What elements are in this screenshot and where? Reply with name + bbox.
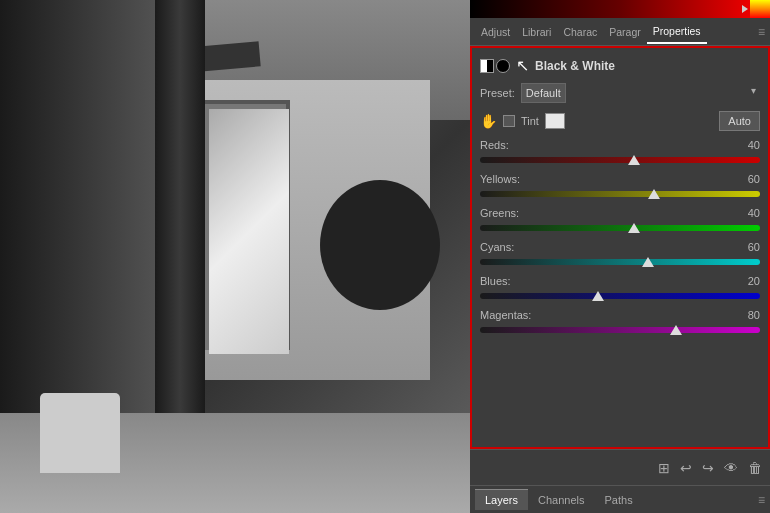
tabs-row: Adjust Librari Charac Paragr Properties … [470, 18, 770, 46]
tab-properties[interactable]: Properties [647, 20, 707, 44]
tint-checkbox[interactable] [503, 115, 515, 127]
greens-track [480, 225, 760, 231]
preset-select[interactable]: Default [521, 83, 566, 103]
greens-value: 40 [748, 207, 760, 219]
cyans-label: Cyans: [480, 241, 514, 253]
reds-slider-row: Reds: 40 [480, 139, 760, 167]
bottom-tabs-menu-icon[interactable]: ≡ [758, 493, 765, 507]
rotate-left-icon[interactable]: ↩ [680, 460, 692, 476]
blues-track [480, 293, 760, 299]
tab-charac[interactable]: Charac [557, 21, 603, 43]
cyans-track [480, 259, 760, 265]
yellows-thumb[interactable] [648, 189, 660, 199]
bottom-tab-paths[interactable]: Paths [595, 490, 643, 510]
reds-track-wrap[interactable] [480, 153, 760, 167]
photo-area [0, 0, 470, 513]
preset-select-wrap: Default [521, 83, 760, 103]
tabs-menu-icon[interactable]: ≡ [758, 25, 765, 39]
color-spectrum [750, 0, 770, 18]
yellows-track-wrap[interactable] [480, 187, 760, 201]
greens-slider-row: Greens: 40 [480, 207, 760, 235]
adjustment-icon-bw [480, 59, 494, 73]
cyans-thumb[interactable] [642, 257, 654, 267]
yellows-label: Yellows: [480, 173, 520, 185]
blues-label: Blues: [480, 275, 511, 287]
color-arrow [742, 5, 748, 13]
cursor-icon: ↖ [516, 56, 529, 75]
cyans-track-wrap[interactable] [480, 255, 760, 269]
tab-librari[interactable]: Librari [516, 21, 557, 43]
color-bar [470, 0, 770, 18]
tint-row: ✋ Tint Auto [480, 111, 760, 131]
hand-icon[interactable]: ✋ [480, 113, 497, 129]
magentas-slider-row: Magentas: 80 [480, 309, 760, 337]
tint-label: Tint [521, 115, 539, 127]
rotate-right-icon[interactable]: ↪ [702, 460, 714, 476]
reds-value: 40 [748, 139, 760, 151]
eye-icon[interactable]: 👁 [724, 460, 738, 476]
reds-label: Reds: [480, 139, 509, 151]
greens-label: Greens: [480, 207, 519, 219]
yellows-slider-row: Yellows: 60 [480, 173, 760, 201]
right-panel: Adjust Librari Charac Paragr Properties … [470, 0, 770, 513]
adjustment-icon-circle [496, 59, 510, 73]
auto-button[interactable]: Auto [719, 111, 760, 131]
tab-adjust[interactable]: Adjust [475, 21, 516, 43]
yellows-track [480, 191, 760, 197]
sliders-container: Reds: 40 Yellows: 60 [480, 139, 760, 337]
bottom-tab-channels[interactable]: Channels [528, 490, 594, 510]
magentas-label: Magentas: [480, 309, 531, 321]
reds-thumb[interactable] [628, 155, 640, 165]
tab-paragr[interactable]: Paragr [603, 21, 647, 43]
blues-slider-row: Blues: 20 [480, 275, 760, 303]
magentas-thumb[interactable] [670, 325, 682, 335]
yellows-value: 60 [748, 173, 760, 185]
reds-track [480, 157, 760, 163]
blues-track-wrap[interactable] [480, 289, 760, 303]
preset-row: Preset: Default [480, 83, 760, 103]
trash-icon[interactable]: 🗑 [748, 460, 762, 476]
bottom-toolbar: ⊞ ↩ ↪ 👁 🗑 [470, 449, 770, 485]
blues-thumb[interactable] [592, 291, 604, 301]
tint-color-swatch[interactable] [545, 113, 565, 129]
bottom-tabs: Layers Channels Paths ≡ [470, 485, 770, 513]
magentas-track-wrap[interactable] [480, 323, 760, 337]
cyans-slider-row: Cyans: 60 [480, 241, 760, 269]
preset-label: Preset: [480, 87, 515, 99]
magentas-value: 80 [748, 309, 760, 321]
cyans-value: 60 [748, 241, 760, 253]
properties-panel: ↖ Black & White Preset: Default ✋ Tint A… [470, 46, 770, 449]
panel-title: Black & White [535, 59, 615, 73]
layers-icon[interactable]: ⊞ [658, 460, 670, 476]
greens-track-wrap[interactable] [480, 221, 760, 235]
bottom-tab-layers[interactable]: Layers [475, 489, 528, 510]
panel-header: ↖ Black & White [480, 56, 760, 75]
blues-value: 20 [748, 275, 760, 287]
magentas-track [480, 327, 760, 333]
greens-thumb[interactable] [628, 223, 640, 233]
bw-icon-group [480, 59, 510, 73]
